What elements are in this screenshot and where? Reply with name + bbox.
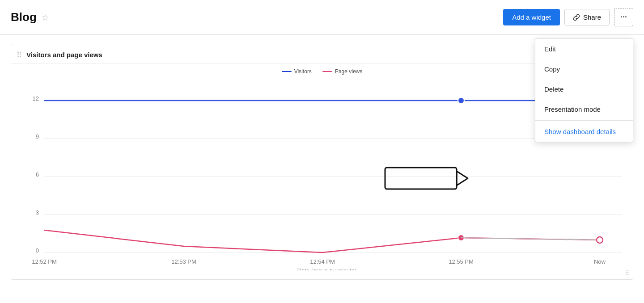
- presentation-mode-menu-item[interactable]: Presentation mode: [535, 99, 633, 119]
- header-right: Add a widget Share ···: [503, 8, 633, 26]
- edit-menu-item[interactable]: Edit: [535, 39, 633, 59]
- show-dashboard-details-menu-item[interactable]: Show dashboard details: [535, 122, 633, 142]
- svg-marker-23: [457, 171, 468, 185]
- more-options-button[interactable]: ···: [614, 8, 633, 26]
- svg-text:Date (group by minute): Date (group by minute): [297, 267, 357, 270]
- copy-menu-item[interactable]: Copy: [535, 59, 633, 79]
- resize-handle-icon[interactable]: ⠿: [625, 269, 629, 277]
- svg-text:12:54 PM: 12:54 PM: [310, 258, 335, 265]
- page-views-legend-line: [322, 71, 332, 72]
- legend-page-views: Page views: [322, 68, 362, 75]
- svg-text:12:53 PM: 12:53 PM: [171, 258, 196, 265]
- widget-title: Visitors and page views: [26, 51, 102, 59]
- add-widget-button[interactable]: Add a widget: [503, 9, 560, 25]
- svg-text:3: 3: [36, 209, 39, 216]
- svg-text:0: 0: [36, 247, 39, 254]
- main-content: ⠿ Visitors and page views Visitors Page …: [0, 35, 644, 289]
- dropdown-menu: Edit Copy Delete Presentation mode Show …: [535, 38, 633, 142]
- more-dots-icon: ···: [620, 13, 627, 22]
- svg-line-14: [461, 238, 600, 240]
- share-label: Share: [583, 13, 601, 21]
- link-icon: [573, 14, 580, 21]
- delete-menu-item[interactable]: Delete: [535, 79, 633, 99]
- page-header: Blog ☆ Add a widget Share ···: [0, 0, 644, 35]
- arrow-annotation: [385, 168, 468, 189]
- svg-rect-22: [385, 168, 457, 189]
- legend-visitors: Visitors: [282, 68, 312, 75]
- svg-text:12:55 PM: 12:55 PM: [449, 258, 474, 265]
- visitors-legend-label: Visitors: [294, 68, 312, 75]
- svg-text:12: 12: [33, 95, 39, 102]
- svg-point-11: [458, 97, 464, 104]
- svg-point-15: [597, 237, 603, 243]
- dropdown-divider: [535, 120, 633, 121]
- page-title: Blog: [11, 10, 37, 24]
- share-button[interactable]: Share: [564, 9, 610, 25]
- page-views-legend-label: Page views: [335, 68, 362, 75]
- header-left: Blog ☆: [11, 10, 49, 24]
- svg-text:Now: Now: [594, 258, 606, 265]
- drag-handle-icon[interactable]: ⠿: [17, 50, 22, 59]
- svg-text:9: 9: [36, 133, 39, 140]
- svg-text:12:52 PM: 12:52 PM: [32, 258, 57, 265]
- star-icon[interactable]: ☆: [41, 12, 49, 23]
- visitors-legend-line: [282, 71, 292, 72]
- svg-text:6: 6: [36, 171, 39, 178]
